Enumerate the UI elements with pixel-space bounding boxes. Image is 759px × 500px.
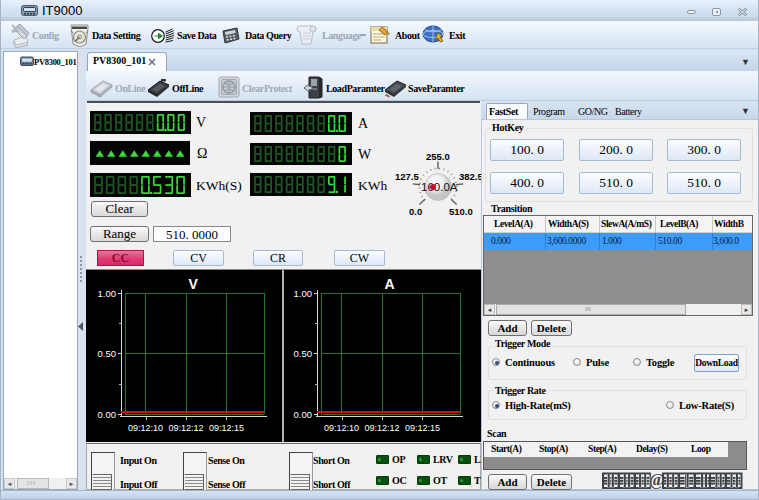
svg-text:1.00: 1.00 [98, 288, 117, 299]
svg-text:0.50: 0.50 [98, 348, 117, 359]
svg-text:09:12:12: 09:12:12 [364, 423, 399, 433]
svg-text:0.00: 0.00 [294, 409, 313, 420]
svg-text:0.50: 0.50 [294, 348, 313, 359]
svg-text:09:12:10: 09:12:10 [128, 423, 163, 433]
svg-text:V: V [189, 276, 199, 292]
svg-text:1.00: 1.00 [294, 288, 313, 299]
svg-text:09:12:15: 09:12:15 [405, 423, 440, 433]
svg-text:09:12:10: 09:12:10 [324, 423, 359, 433]
svg-text:A: A [385, 276, 395, 292]
svg-text:0.00: 0.00 [98, 409, 117, 420]
svg-text:09:12:15: 09:12:15 [209, 423, 244, 433]
svg-text:09:12:12: 09:12:12 [168, 423, 203, 433]
